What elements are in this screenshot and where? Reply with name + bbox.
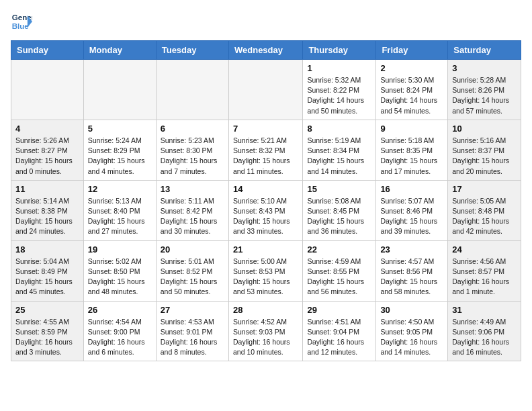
- day-info: Sunrise: 5:19 AMSunset: 8:34 PMDaylight:…: [307, 136, 371, 177]
- day-number: 5: [88, 124, 152, 134]
- day-info: Sunrise: 4:50 AMSunset: 9:05 PMDaylight:…: [380, 317, 443, 358]
- calendar-day-2: 2Sunrise: 5:30 AMSunset: 8:24 PMDaylight…: [376, 60, 448, 120]
- calendar-day-31: 31Sunrise: 4:49 AMSunset: 9:06 PMDayligh…: [448, 301, 521, 361]
- day-info: Sunrise: 4:53 AMSunset: 9:01 PMDaylight:…: [161, 317, 224, 358]
- calendar-day-14: 14Sunrise: 5:10 AMSunset: 8:43 PMDayligh…: [228, 180, 302, 240]
- calendar-day-3: 3Sunrise: 5:28 AMSunset: 8:26 PMDaylight…: [448, 60, 521, 120]
- day-info: Sunrise: 5:26 AMSunset: 8:27 PMDaylight:…: [15, 136, 79, 177]
- weekday-header-tuesday: Tuesday: [156, 41, 228, 60]
- calendar-day-12: 12Sunrise: 5:13 AMSunset: 8:40 PMDayligh…: [83, 180, 156, 240]
- calendar-day-30: 30Sunrise: 4:50 AMSunset: 9:05 PMDayligh…: [376, 301, 448, 361]
- day-number: 19: [88, 244, 152, 255]
- weekday-header-friday: Friday: [376, 41, 448, 60]
- weekday-header-sunday: Sunday: [11, 41, 84, 60]
- day-number: 25: [15, 305, 79, 315]
- day-info: Sunrise: 4:54 AMSunset: 9:00 PMDaylight:…: [88, 317, 152, 358]
- day-number: 8: [307, 124, 371, 134]
- day-info: Sunrise: 4:55 AMSunset: 8:59 PMDaylight:…: [15, 317, 79, 358]
- calendar-day-9: 9Sunrise: 5:18 AMSunset: 8:35 PMDaylight…: [376, 120, 448, 180]
- week-row-1: 1Sunrise: 5:32 AMSunset: 8:22 PMDaylight…: [11, 60, 521, 120]
- calendar-day-empty: [83, 60, 156, 120]
- day-number: 22: [307, 244, 371, 255]
- calendar-day-29: 29Sunrise: 4:51 AMSunset: 9:04 PMDayligh…: [303, 301, 376, 361]
- calendar-day-20: 20Sunrise: 5:01 AMSunset: 8:52 PMDayligh…: [156, 240, 228, 301]
- day-number: 21: [233, 244, 298, 255]
- calendar-day-11: 11Sunrise: 5:14 AMSunset: 8:38 PMDayligh…: [11, 180, 84, 240]
- day-info: Sunrise: 5:05 AMSunset: 8:48 PMDaylight:…: [452, 196, 517, 237]
- day-number: 31: [452, 305, 517, 315]
- weekday-header-thursday: Thursday: [303, 41, 376, 60]
- week-row-2: 4Sunrise: 5:26 AMSunset: 8:27 PMDaylight…: [11, 120, 521, 180]
- calendar-day-27: 27Sunrise: 4:53 AMSunset: 9:01 PMDayligh…: [156, 301, 228, 361]
- logo-icon: General Blue: [11, 11, 32, 32]
- day-info: Sunrise: 4:49 AMSunset: 9:06 PMDaylight:…: [452, 317, 517, 358]
- calendar-day-17: 17Sunrise: 5:05 AMSunset: 8:48 PMDayligh…: [448, 180, 521, 240]
- weekday-header-row: SundayMondayTuesdayWednesdayThursdayFrid…: [11, 41, 521, 60]
- calendar-day-10: 10Sunrise: 5:16 AMSunset: 8:37 PMDayligh…: [448, 120, 521, 180]
- day-number: 24: [452, 244, 517, 255]
- day-info: Sunrise: 5:32 AMSunset: 8:22 PMDaylight:…: [307, 75, 371, 116]
- day-info: Sunrise: 5:07 AMSunset: 8:46 PMDaylight:…: [380, 196, 443, 237]
- day-info: Sunrise: 5:10 AMSunset: 8:43 PMDaylight:…: [233, 196, 298, 237]
- day-number: 29: [307, 305, 371, 315]
- day-info: Sunrise: 5:04 AMSunset: 8:49 PMDaylight:…: [15, 257, 79, 298]
- day-number: 20: [161, 244, 224, 255]
- day-number: 28: [233, 305, 298, 315]
- calendar-day-19: 19Sunrise: 5:02 AMSunset: 8:50 PMDayligh…: [83, 240, 156, 301]
- day-number: 7: [233, 124, 298, 134]
- page-header: General Blue: [11, 11, 521, 32]
- day-info: Sunrise: 5:00 AMSunset: 8:53 PMDaylight:…: [233, 257, 298, 298]
- day-info: Sunrise: 5:24 AMSunset: 8:29 PMDaylight:…: [88, 136, 152, 177]
- calendar-day-6: 6Sunrise: 5:23 AMSunset: 8:30 PMDaylight…: [156, 120, 228, 180]
- day-number: 18: [15, 244, 79, 255]
- day-number: 13: [161, 184, 224, 194]
- calendar-day-4: 4Sunrise: 5:26 AMSunset: 8:27 PMDaylight…: [11, 120, 84, 180]
- calendar-day-22: 22Sunrise: 4:59 AMSunset: 8:55 PMDayligh…: [303, 240, 376, 301]
- calendar-table: SundayMondayTuesdayWednesdayThursdayFrid…: [11, 40, 521, 361]
- week-row-4: 18Sunrise: 5:04 AMSunset: 8:49 PMDayligh…: [11, 240, 521, 301]
- calendar-day-23: 23Sunrise: 4:57 AMSunset: 8:56 PMDayligh…: [376, 240, 448, 301]
- calendar-day-13: 13Sunrise: 5:11 AMSunset: 8:42 PMDayligh…: [156, 180, 228, 240]
- day-number: 30: [380, 305, 443, 315]
- calendar-day-empty: [156, 60, 228, 120]
- day-info: Sunrise: 5:01 AMSunset: 8:52 PMDaylight:…: [161, 257, 224, 298]
- day-number: 26: [88, 305, 152, 315]
- weekday-header-monday: Monday: [83, 41, 156, 60]
- day-info: Sunrise: 5:11 AMSunset: 8:42 PMDaylight:…: [161, 196, 224, 237]
- calendar-day-15: 15Sunrise: 5:08 AMSunset: 8:45 PMDayligh…: [303, 180, 376, 240]
- day-info: Sunrise: 5:21 AMSunset: 8:32 PMDaylight:…: [233, 136, 298, 177]
- calendar-day-16: 16Sunrise: 5:07 AMSunset: 8:46 PMDayligh…: [376, 180, 448, 240]
- day-info: Sunrise: 5:16 AMSunset: 8:37 PMDaylight:…: [452, 136, 517, 177]
- svg-text:Blue: Blue: [12, 22, 30, 30]
- calendar-day-24: 24Sunrise: 4:56 AMSunset: 8:57 PMDayligh…: [448, 240, 521, 301]
- day-info: Sunrise: 4:59 AMSunset: 8:55 PMDaylight:…: [307, 257, 371, 298]
- day-info: Sunrise: 5:13 AMSunset: 8:40 PMDaylight:…: [88, 196, 152, 237]
- day-number: 6: [161, 124, 224, 134]
- day-number: 23: [380, 244, 443, 255]
- calendar-day-5: 5Sunrise: 5:24 AMSunset: 8:29 PMDaylight…: [83, 120, 156, 180]
- day-info: Sunrise: 4:56 AMSunset: 8:57 PMDaylight:…: [452, 257, 517, 298]
- calendar-day-7: 7Sunrise: 5:21 AMSunset: 8:32 PMDaylight…: [228, 120, 302, 180]
- day-number: 12: [88, 184, 152, 194]
- calendar-day-empty: [11, 60, 84, 120]
- day-info: Sunrise: 4:52 AMSunset: 9:03 PMDaylight:…: [233, 317, 298, 358]
- day-info: Sunrise: 5:18 AMSunset: 8:35 PMDaylight:…: [380, 136, 443, 177]
- calendar-day-21: 21Sunrise: 5:00 AMSunset: 8:53 PMDayligh…: [228, 240, 302, 301]
- calendar-day-25: 25Sunrise: 4:55 AMSunset: 8:59 PMDayligh…: [11, 301, 84, 361]
- day-number: 10: [452, 124, 517, 134]
- day-info: Sunrise: 5:14 AMSunset: 8:38 PMDaylight:…: [15, 196, 79, 237]
- week-row-3: 11Sunrise: 5:14 AMSunset: 8:38 PMDayligh…: [11, 180, 521, 240]
- day-number: 4: [15, 124, 79, 134]
- weekday-header-saturday: Saturday: [448, 41, 521, 60]
- day-number: 9: [380, 124, 443, 134]
- day-number: 15: [307, 184, 371, 194]
- day-number: 27: [161, 305, 224, 315]
- calendar-day-18: 18Sunrise: 5:04 AMSunset: 8:49 PMDayligh…: [11, 240, 84, 301]
- day-info: Sunrise: 5:23 AMSunset: 8:30 PMDaylight:…: [161, 136, 224, 177]
- day-info: Sunrise: 5:30 AMSunset: 8:24 PMDaylight:…: [380, 75, 443, 116]
- calendar-day-8: 8Sunrise: 5:19 AMSunset: 8:34 PMDaylight…: [303, 120, 376, 180]
- day-info: Sunrise: 4:51 AMSunset: 9:04 PMDaylight:…: [307, 317, 371, 358]
- day-number: 16: [380, 184, 443, 194]
- day-number: 14: [233, 184, 298, 194]
- day-info: Sunrise: 5:28 AMSunset: 8:26 PMDaylight:…: [452, 75, 517, 116]
